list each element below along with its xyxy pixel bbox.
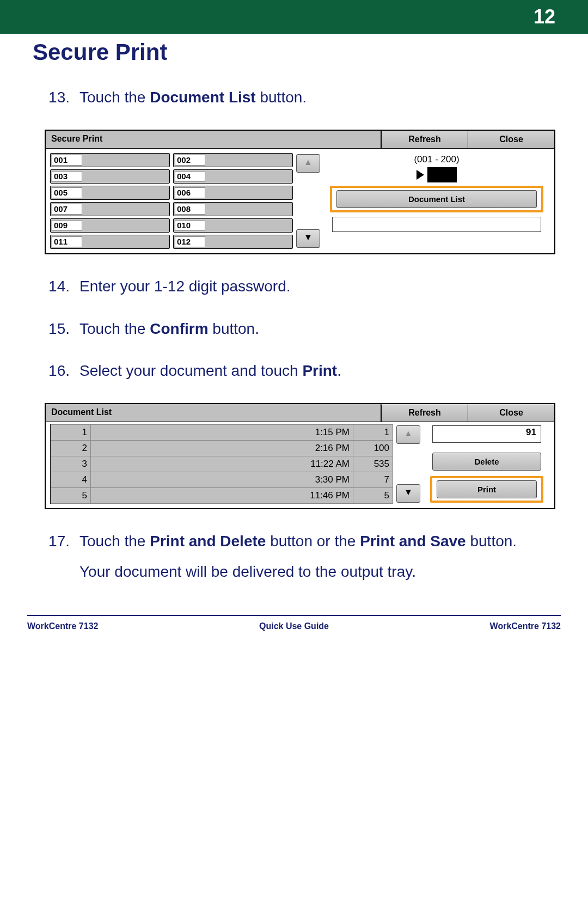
scroll-down-button[interactable]: ▼ — [296, 229, 320, 248]
document-table: 11:15 PM1 22:16 PM100 311:22 AM535 43:30… — [50, 424, 393, 504]
step-number: 16. — [45, 362, 70, 380]
close-button[interactable]: Close — [468, 404, 554, 422]
scroll-up-button[interactable]: ▲ — [296, 154, 320, 173]
table-row[interactable]: 43:30 PM7 — [51, 472, 393, 488]
secure-print-screen: Secure Print Refresh Close 001 003 005 0… — [45, 130, 555, 254]
footer: WorkCentre 7132 Quick Use Guide WorkCent… — [27, 615, 561, 631]
scroll-up-button[interactable]: ▲ — [396, 425, 420, 444]
mailbox-range: (001 - 200) — [327, 154, 547, 165]
document-list-button[interactable]: Document List — [336, 190, 537, 208]
blank-field — [332, 217, 541, 232]
step-number: 15. — [45, 320, 70, 338]
document-count: 91 — [432, 425, 541, 443]
step-number: 13. — [45, 89, 70, 106]
step-number: 17. — [45, 533, 70, 550]
mailbox-item[interactable]: 007 — [50, 202, 170, 216]
table-row[interactable]: 11:15 PM1 — [51, 425, 393, 441]
scroll-down-button[interactable]: ▼ — [396, 484, 420, 503]
print-highlight: Print — [430, 476, 543, 503]
mailbox-column-right: 002 004 006 008 010 012 — [173, 153, 293, 249]
delete-button[interactable]: Delete — [432, 453, 541, 471]
screen-title: Secure Print — [46, 131, 381, 148]
step-number: 14. — [45, 278, 70, 295]
mailbox-item[interactable]: 009 — [50, 218, 170, 233]
step-text: Touch the Print and Delete button or the… — [79, 531, 555, 552]
table-row[interactable]: 22:16 PM100 — [51, 441, 393, 456]
goto-input[interactable] — [427, 167, 457, 182]
footer-left: WorkCentre 7132 — [27, 621, 98, 631]
table-row[interactable]: 511:46 PM5 — [51, 488, 393, 504]
step-text: Touch the Confirm button. — [79, 319, 555, 339]
mailbox-item[interactable]: 011 — [50, 235, 170, 249]
page-number: 12 — [534, 5, 555, 28]
refresh-button[interactable]: Refresh — [381, 131, 468, 148]
screen-title: Document List — [46, 404, 381, 422]
mailbox-item[interactable]: 006 — [173, 186, 293, 200]
refresh-button[interactable]: Refresh — [381, 404, 468, 422]
mailbox-item[interactable]: 004 — [173, 169, 293, 184]
mailbox-item[interactable]: 001 — [50, 153, 170, 167]
play-icon — [416, 170, 424, 180]
mailbox-item[interactable]: 005 — [50, 186, 170, 200]
footer-center: Quick Use Guide — [98, 621, 489, 631]
step-13: 13. Touch the Document List button. — [45, 87, 555, 108]
step-text: Touch the Document List button. — [79, 87, 555, 108]
step-16: 16. Select your document and touch Print… — [45, 361, 555, 381]
step-text: Select your document and touch Print. — [79, 361, 555, 381]
document-list-highlight: Document List — [330, 186, 543, 212]
mailbox-column-left: 001 003 005 007 009 011 — [50, 153, 170, 249]
step-17-note: Your document will be delivered to the o… — [45, 562, 555, 582]
mailbox-item[interactable]: 002 — [173, 153, 293, 167]
table-row[interactable]: 311:22 AM535 — [51, 456, 393, 472]
mailbox-item[interactable]: 008 — [173, 202, 293, 216]
document-list-screen: Document List Refresh Close 11:15 PM1 22… — [45, 403, 555, 509]
mailbox-item[interactable]: 010 — [173, 218, 293, 233]
step-14: 14. Enter your 1-12 digit password. — [45, 276, 555, 297]
footer-right: WorkCentre 7132 — [490, 621, 561, 631]
header-bar: 12 — [0, 0, 588, 34]
mailbox-item[interactable]: 003 — [50, 169, 170, 184]
close-button[interactable]: Close — [468, 131, 554, 148]
mailbox-item[interactable]: 012 — [173, 235, 293, 249]
page-title: Secure Print — [33, 39, 555, 65]
step-text: Enter your 1-12 digit password. — [79, 276, 555, 297]
print-button[interactable]: Print — [437, 480, 537, 498]
step-15: 15. Touch the Confirm button. — [45, 319, 555, 339]
step-17: 17. Touch the Print and Delete button or… — [45, 531, 555, 552]
step-text: Your document will be delivered to the o… — [79, 562, 555, 582]
